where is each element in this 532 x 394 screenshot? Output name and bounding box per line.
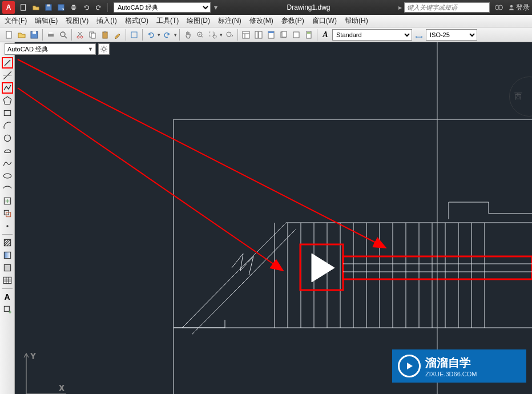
login-button[interactable]: 登录 bbox=[508, 3, 530, 13]
separator bbox=[2, 234, 13, 235]
open-doc-icon[interactable] bbox=[16, 29, 27, 41]
plot-icon[interactable] bbox=[45, 29, 57, 41]
svg-rect-23 bbox=[131, 32, 137, 38]
workspace-title-select[interactable]: AutoCAD 经典 bbox=[114, 2, 211, 13]
svg-line-117 bbox=[18, 59, 386, 248]
point-tool-icon[interactable] bbox=[2, 220, 13, 232]
drawing-canvas[interactable]: [-][俯视][二维线框] 西 bbox=[15, 42, 532, 394]
spline-tool-icon[interactable] bbox=[2, 158, 13, 169]
svg-rect-6 bbox=[72, 9, 75, 10]
separator bbox=[317, 29, 317, 41]
undo-icon[interactable] bbox=[81, 2, 91, 13]
svg-point-74 bbox=[4, 135, 10, 141]
svg-marker-72 bbox=[3, 97, 11, 104]
textstyle-icon[interactable]: A bbox=[320, 29, 331, 41]
table-tool-icon[interactable] bbox=[2, 275, 13, 286]
hatch-tool-icon[interactable] bbox=[2, 237, 13, 248]
menu-edit[interactable]: 编辑(E) bbox=[35, 16, 58, 26]
menu-view[interactable]: 视图(V) bbox=[66, 16, 88, 26]
block-icon[interactable] bbox=[128, 29, 140, 41]
zoom-window-icon[interactable] bbox=[207, 29, 219, 41]
construction-line-icon[interactable] bbox=[2, 70, 13, 81]
polyline-tool-icon[interactable] bbox=[2, 82, 13, 94]
undo-tb-icon[interactable] bbox=[145, 29, 156, 41]
designcenter-icon[interactable] bbox=[253, 29, 264, 41]
menu-tools[interactable]: 工具(T) bbox=[156, 16, 179, 26]
mtext-tool-icon[interactable]: A bbox=[2, 291, 13, 303]
svg-line-68 bbox=[106, 47, 107, 48]
insert-block-icon[interactable] bbox=[2, 195, 13, 207]
dim-style-select[interactable]: ISO-25 bbox=[426, 29, 477, 41]
separator bbox=[237, 29, 238, 41]
svg-rect-5 bbox=[72, 5, 75, 7]
new-icon[interactable] bbox=[18, 2, 29, 13]
menu-modify[interactable]: 修改(M) bbox=[249, 16, 273, 26]
open-icon[interactable] bbox=[31, 2, 41, 13]
title-bar: A AutoCAD 经典 ▾ Drawing1.dwg ▸ 登录 bbox=[0, 0, 532, 15]
svg-point-60 bbox=[102, 47, 105, 50]
ellipse-arc-icon[interactable] bbox=[2, 183, 13, 194]
menu-window[interactable]: 窗口(W) bbox=[312, 16, 337, 26]
redo-dropdown-icon[interactable]: ▾ bbox=[174, 32, 177, 38]
copy-icon[interactable] bbox=[87, 29, 98, 41]
svg-rect-30 bbox=[243, 31, 249, 38]
menu-dimension[interactable]: 标注(N) bbox=[218, 16, 241, 26]
menu-format[interactable]: 格式(O) bbox=[125, 16, 148, 26]
arc-tool-icon[interactable] bbox=[2, 120, 13, 131]
sheetset-icon[interactable] bbox=[278, 29, 289, 41]
circle-tool-icon[interactable] bbox=[2, 132, 13, 144]
print-icon[interactable] bbox=[68, 2, 79, 13]
svg-line-69 bbox=[5, 60, 10, 66]
cut-icon[interactable] bbox=[74, 29, 86, 41]
markup-icon[interactable] bbox=[291, 29, 302, 41]
svg-point-18 bbox=[80, 36, 83, 38]
svg-text:+: + bbox=[199, 33, 201, 36]
polygon-tool-icon[interactable] bbox=[2, 95, 13, 106]
svg-rect-34 bbox=[259, 31, 262, 38]
cursor-triangle-icon bbox=[312, 254, 334, 282]
revcloud-tool-icon[interactable] bbox=[2, 145, 13, 156]
menu-insert[interactable]: 插入(I) bbox=[96, 16, 116, 26]
ellipse-tool-icon[interactable] bbox=[2, 170, 13, 182]
saveas-icon[interactable] bbox=[56, 2, 66, 13]
svg-point-29 bbox=[227, 32, 231, 37]
zoom-prev-icon[interactable] bbox=[224, 29, 235, 41]
properties-icon[interactable] bbox=[240, 29, 252, 41]
svg-line-25 bbox=[201, 36, 203, 38]
separator bbox=[2, 288, 13, 289]
addselected-icon[interactable] bbox=[2, 304, 13, 315]
menu-file[interactable]: 文件(F) bbox=[5, 16, 27, 26]
line-tool-icon[interactable] bbox=[2, 57, 13, 69]
svg-point-75 bbox=[3, 174, 11, 178]
svg-point-79 bbox=[6, 225, 8, 227]
preview-icon[interactable] bbox=[58, 29, 69, 41]
gradient-tool-icon[interactable] bbox=[2, 250, 13, 261]
menu-help[interactable]: 帮助(H) bbox=[345, 16, 368, 26]
redo-icon[interactable] bbox=[94, 2, 104, 13]
menu-draw[interactable]: 绘图(D) bbox=[187, 16, 210, 26]
region-tool-icon[interactable] bbox=[2, 262, 13, 274]
match-icon[interactable] bbox=[112, 29, 123, 41]
menu-parametric[interactable]: 参数(P) bbox=[281, 16, 304, 26]
zoom-dropdown-icon[interactable]: ▾ bbox=[220, 32, 223, 38]
save-icon[interactable] bbox=[43, 2, 54, 13]
dimstyle-icon[interactable] bbox=[413, 29, 425, 41]
search-input[interactable] bbox=[404, 2, 490, 13]
workspace-settings-icon[interactable] bbox=[98, 43, 110, 55]
text-style-select[interactable]: Standard bbox=[332, 29, 412, 41]
workspace-select[interactable]: AutoCAD 经典▼ bbox=[5, 43, 96, 55]
save-doc-icon[interactable] bbox=[29, 29, 40, 41]
infocenter-icon[interactable] bbox=[494, 3, 503, 11]
redo-tb-icon[interactable] bbox=[162, 29, 173, 41]
pan-icon[interactable] bbox=[182, 29, 194, 41]
paste-icon[interactable] bbox=[99, 29, 111, 41]
separator bbox=[71, 29, 72, 41]
calc-icon[interactable] bbox=[303, 29, 315, 41]
undo-dropdown-icon[interactable]: ▾ bbox=[158, 32, 160, 38]
zoom-realtime-icon[interactable]: + bbox=[195, 29, 206, 41]
app-logo-icon[interactable]: A bbox=[2, 1, 15, 14]
new-doc-icon[interactable] bbox=[3, 29, 15, 41]
toolpalette-icon[interactable] bbox=[265, 29, 277, 41]
make-block-icon[interactable] bbox=[2, 208, 13, 219]
rectangle-tool-icon[interactable] bbox=[2, 107, 13, 119]
